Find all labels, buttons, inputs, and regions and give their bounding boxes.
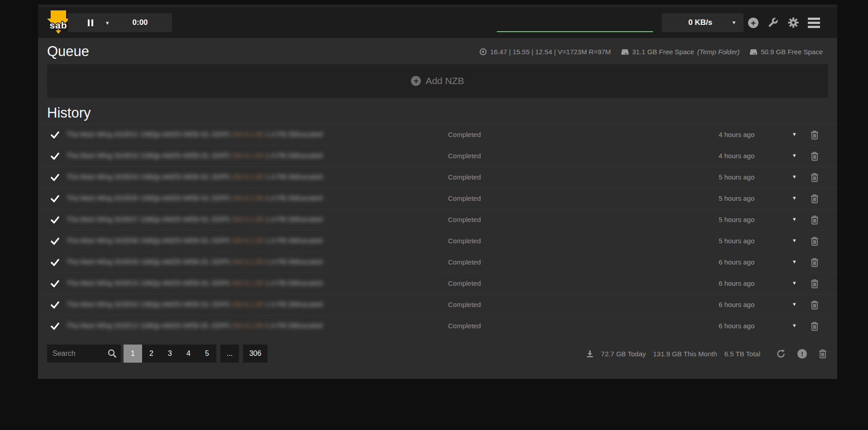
trash-icon[interactable] (810, 236, 819, 246)
trash-icon[interactable] (810, 172, 819, 182)
history-item-name-blurred[interactable]: Tha Mast Wlng S02E03 108Qp AMZN WEB-OL D… (67, 300, 358, 310)
status-label: Completed (448, 173, 481, 181)
download-icon (586, 350, 594, 358)
check-icon (51, 216, 59, 224)
row-dropdown-caret[interactable]: ▾ (793, 322, 796, 328)
age-label: 5 hours ago (719, 194, 777, 202)
pagination: 1 2 3 4 5 ... 306 (124, 345, 267, 363)
row-dropdown-caret[interactable]: ▾ (793, 237, 796, 243)
trash-icon[interactable] (810, 194, 819, 203)
row-dropdown-caret[interactable]: ▾ (793, 131, 796, 137)
total-alltime: 6.5 TB Total (725, 350, 761, 358)
pause-icon[interactable] (88, 19, 93, 26)
status-label: Completed (448, 301, 481, 308)
logo-arrow-tip (56, 30, 61, 34)
page-button-ellipsis[interactable]: ... (220, 345, 239, 363)
trash-icon[interactable] (810, 215, 819, 225)
table-row: Tha Mast Wlng S02E05 108Qp AMZN WEB-OL D… (38, 188, 837, 209)
history-footer: 1 2 3 4 5 ... 306 72.7 GB Today 131.9 GB… (38, 345, 837, 363)
total-today: 72.7 GB Today (601, 350, 646, 358)
speed-limit-button[interactable]: 0 KB/s ▾ (662, 13, 744, 32)
trash-icon[interactable] (810, 279, 819, 288)
hard-drive-icon (749, 48, 758, 56)
table-row: Tha Mast Wlng S02E03 108Qp AMZN WEB-OL D… (38, 145, 837, 166)
trash-icon[interactable] (818, 349, 827, 359)
speed-value: 0 KB/s (688, 18, 712, 27)
check-icon (51, 194, 59, 203)
page-button-3[interactable]: 3 (161, 345, 179, 363)
history-item-name-blurred[interactable]: Tha Mast Wlng S02E09 108Qp AMZN WEB-OL D… (67, 258, 358, 268)
row-dropdown-caret[interactable]: ▾ (793, 301, 796, 307)
table-row: Tha Mast Wlng S02E03 108Qp AMZN WEB-OL D… (38, 166, 837, 188)
page-button-last[interactable]: 306 (243, 345, 267, 363)
check-icon (51, 131, 59, 139)
page-button-1[interactable]: 1 (124, 345, 142, 363)
history-item-name-blurred[interactable]: Tha Mast Wlng S02E05 108Qp AMZN WEB-OL D… (67, 194, 358, 204)
trash-icon[interactable] (810, 151, 819, 161)
app-container: sab ▾ 0:00 0 KB/s ▾ + (38, 5, 837, 379)
status-label: Completed (448, 131, 481, 138)
check-icon (51, 152, 59, 161)
table-row: Tha Mast Wlng S02E07 108Qp AMZN WEB-OL D… (38, 209, 837, 230)
age-label: 5 hours ago (719, 216, 777, 223)
hard-drive-icon (621, 48, 629, 56)
status-label: Completed (448, 152, 481, 160)
wrench-icon[interactable] (767, 17, 779, 28)
add-nzb-label: Add NZB (425, 76, 464, 86)
history-item-name-blurred[interactable]: Tha Mast Wlng S02E03 108Qp AMZN WEB-OL D… (67, 151, 358, 161)
status-label: Completed (448, 322, 481, 330)
trash-icon[interactable] (810, 321, 819, 331)
add-nzb-icon[interactable]: + (748, 18, 758, 28)
trash-icon[interactable] (810, 300, 819, 310)
history-item-name-blurred[interactable]: Tha Mast Wlng S02E08 108Qp AMZN WEB-OL D… (67, 236, 358, 246)
history-totals: 72.7 GB Today 131.9 GB This Month 6.5 TB… (586, 349, 828, 359)
age-label: 4 hours ago (719, 131, 777, 138)
search-box (47, 345, 121, 363)
age-label: 5 hours ago (719, 173, 777, 181)
check-icon (51, 258, 59, 267)
temp-free-note: (Temp Folder) (697, 48, 740, 56)
table-row: Tha Mast Wlng S02E12 108Qp AMZN WEB-OL D… (38, 315, 837, 336)
row-dropdown-caret[interactable]: ▾ (793, 152, 796, 158)
history-item-name-blurred[interactable]: Tha Mast Wlng S02E01 108Qp AMZN WEB-OL D… (67, 130, 358, 140)
row-dropdown-caret[interactable]: ▾ (793, 259, 796, 265)
pause-timer[interactable]: 0:00 (133, 18, 148, 27)
row-dropdown-caret[interactable]: ▾ (793, 174, 796, 180)
history-item-name-blurred[interactable]: Tha Mast Wlng S02E10 108Qp AMZN WEB-OL D… (67, 279, 358, 289)
add-nzb-dropzone[interactable]: + Add NZB (47, 64, 828, 98)
check-icon (51, 322, 59, 331)
row-dropdown-caret[interactable]: ▾ (793, 280, 796, 286)
trash-icon[interactable] (810, 130, 819, 140)
history-title: History (38, 98, 837, 124)
menu-hamburger-icon[interactable] (808, 18, 820, 28)
history-item-name-blurred[interactable]: Tha Mast Wlng S02E03 108Qp AMZN WEB-OL D… (67, 173, 358, 183)
status-label: Completed (448, 258, 481, 266)
row-dropdown-caret[interactable]: ▾ (793, 195, 796, 201)
status-label: Completed (448, 194, 481, 202)
table-row: Tha Mast Wlng S02E08 108Qp AMZN WEB-OL D… (38, 230, 837, 251)
page-button-5[interactable]: 5 (198, 345, 216, 363)
total-month: 131.9 GB This Month (653, 350, 717, 358)
speed-graph-flatline (497, 31, 653, 32)
refresh-icon[interactable] (776, 349, 786, 359)
search-icon (107, 349, 117, 358)
history-item-name-blurred[interactable]: Tha Mast Wlng S02E07 108Qp AMZN WEB-OL D… (67, 215, 358, 225)
speed-dropdown-caret: ▾ (732, 19, 735, 25)
page-button-4[interactable]: 4 (179, 345, 198, 363)
check-icon (51, 301, 59, 309)
history-item-name-blurred[interactable]: Tha Mast Wlng S02E12 108Qp AMZN WEB-OL D… (67, 321, 358, 331)
logo-wordmark: sab (46, 20, 71, 31)
logo-arrow-bar (51, 10, 66, 19)
plus-circle-icon: + (411, 76, 421, 86)
footer-icon-group: ! (776, 349, 827, 359)
row-dropdown-caret[interactable]: ▾ (793, 216, 796, 222)
pause-dropdown-caret[interactable]: ▾ (106, 20, 109, 26)
info-icon[interactable]: ! (797, 349, 807, 359)
sabnzbd-logo[interactable]: sab (46, 9, 71, 36)
gear-icon[interactable] (787, 17, 799, 28)
target-icon (479, 48, 487, 56)
temp-free-stat: 31.1 GB Free Space (Temp Folder) (621, 48, 739, 56)
trash-icon[interactable] (810, 257, 819, 267)
queue-section-header: Queue 16.47 | 15.55 | 12.54 | V=1723M R=… (38, 38, 837, 60)
page-button-2[interactable]: 2 (142, 345, 161, 363)
